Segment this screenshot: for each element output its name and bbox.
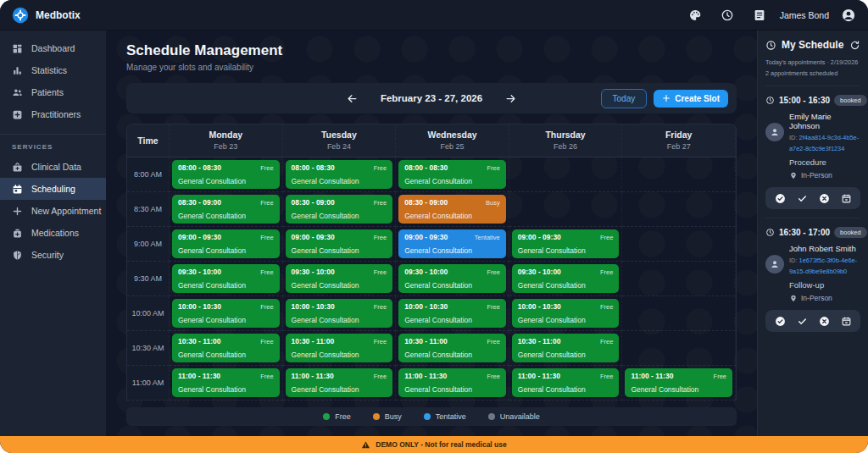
slot-time: 10:00 - 10:30 <box>518 302 561 311</box>
slot-cell: 10:00 - 10:30FreeGeneral Consultation <box>170 296 283 331</box>
complete-icon[interactable] <box>797 316 808 327</box>
slot-status: Free <box>374 268 387 276</box>
slot-cell: 10:30 - 11:00FreeGeneral Consultation <box>396 331 509 366</box>
clock-icon[interactable] <box>721 8 734 22</box>
slot-cell: 09:00 - 09:30TentativeGeneral Consultati… <box>396 227 509 262</box>
appointment-actions <box>765 310 860 332</box>
next-week-button[interactable] <box>504 92 517 105</box>
day-name: Monday <box>170 130 282 140</box>
refresh-icon[interactable] <box>849 40 860 51</box>
slot-title: General Consultation <box>518 281 614 290</box>
create-slot-button[interactable]: Create Slot <box>654 90 728 108</box>
account-icon[interactable] <box>841 8 856 23</box>
slot-status: Free <box>374 234 387 241</box>
schedule-slot-free[interactable]: 09:00 - 09:30FreeGeneral Consultation <box>286 229 393 258</box>
schedule-slot-free[interactable]: 10:30 - 11:00FreeGeneral Consultation <box>512 334 620 362</box>
slot-title: General Consultation <box>178 177 274 185</box>
schedule-slot-free[interactable]: 11:00 - 11:30FreeGeneral Consultation <box>398 368 506 397</box>
schedule-slot-free[interactable]: 10:00 - 10:30FreeGeneral Consultation <box>286 299 393 328</box>
empty-slot-cell <box>622 227 736 262</box>
schedule-slot-free[interactable]: 08:00 - 08:30FreeGeneral Consultation <box>398 160 506 189</box>
appointment-id-link[interactable]: 1e673f5c-3f0b-4e6e-9a15-d9be9e8b09b0 <box>789 257 857 275</box>
patients-icon <box>12 87 23 98</box>
sidebar-item-practitioners[interactable]: Practitioners <box>0 103 106 125</box>
schedule-slot-busy[interactable]: 08:30 - 09:00BusyGeneral Consultation <box>398 195 506 224</box>
slot-time: 10:30 - 11:00 <box>404 337 448 345</box>
sidebar-item-patients[interactable]: Patients <box>0 81 106 103</box>
sidebar-item-dashboard[interactable]: Dashboard <box>0 37 106 59</box>
sidebar-item-scheduling[interactable]: Scheduling <box>0 178 106 200</box>
today-button[interactable]: Today <box>601 89 648 108</box>
slot-status: Free <box>600 234 613 241</box>
patient-name: Emily Marie Johnson <box>789 112 860 130</box>
schedule-slot-free[interactable]: 10:00 - 10:30FreeGeneral Consultation <box>512 299 620 328</box>
slot-cell: 10:30 - 11:00FreeGeneral Consultation <box>283 331 397 366</box>
appointment-mode: In-Person <box>789 294 860 302</box>
sidebar-item-new-appointment[interactable]: New Appointment <box>0 200 106 222</box>
time-column-header: Time <box>127 124 170 157</box>
schedule-slot-free[interactable]: 09:00 - 09:30FreeGeneral Consultation <box>172 229 280 258</box>
slot-time: 08:00 - 08:30 <box>178 163 221 172</box>
schedule-slot-free[interactable]: 11:00 - 11:30FreeGeneral Consultation <box>286 368 393 397</box>
confirm-icon[interactable] <box>775 193 786 204</box>
confirm-icon[interactable] <box>775 316 786 327</box>
schedule-calendar: TimeMondayFeb 23TuesdayFeb 24WednesdayFe… <box>126 124 737 401</box>
reschedule-icon[interactable] <box>841 193 852 204</box>
schedule-slot-free[interactable]: 08:00 - 08:30FreeGeneral Consultation <box>286 160 393 189</box>
empty-slot-cell <box>622 296 736 331</box>
schedule-slot-free[interactable]: 11:00 - 11:30FreeGeneral Consultation <box>172 368 280 397</box>
previous-week-button[interactable] <box>346 92 359 105</box>
schedule-slot-free[interactable]: 11:00 - 11:30FreeGeneral Consultation <box>512 368 620 397</box>
schedule-slot-free[interactable]: 09:00 - 09:30FreeGeneral Consultation <box>512 229 620 258</box>
sidebar-item-medications[interactable]: Medications <box>0 222 106 244</box>
slot-title: General Consultation <box>404 385 500 394</box>
sidebar-item-statistics[interactable]: Statistics <box>0 59 106 81</box>
slot-title: General Consultation <box>404 316 500 324</box>
schedule-slot-free[interactable]: 08:30 - 09:00FreeGeneral Consultation <box>286 195 393 224</box>
slot-status: Tentative <box>475 234 500 241</box>
slot-status: Free <box>374 303 387 311</box>
complete-icon[interactable] <box>797 193 808 204</box>
cancel-icon[interactable] <box>819 316 830 327</box>
cancel-icon[interactable] <box>819 193 830 204</box>
reschedule-icon[interactable] <box>841 316 852 327</box>
slot-cell: 08:30 - 09:00BusyGeneral Consultation <box>396 192 509 227</box>
schedule-slot-free[interactable]: 08:30 - 09:00FreeGeneral Consultation <box>172 195 280 224</box>
slot-status: Free <box>600 268 613 276</box>
empty-slot-cell <box>622 192 736 227</box>
empty-slot-cell <box>622 331 736 366</box>
medications-icon <box>12 228 23 239</box>
schedule-slot-free[interactable]: 09:30 - 10:00FreeGeneral Consultation <box>172 264 280 293</box>
slot-time: 09:00 - 09:30 <box>292 233 335 241</box>
week-toolbar: February 23 - 27, 2026 Today Create Slot <box>126 83 737 113</box>
sidebar-item-security[interactable]: Security <box>0 244 106 266</box>
empty-slot-cell <box>622 262 736 296</box>
time-label: 8:30 AM <box>127 192 170 227</box>
schedule-slot-free[interactable]: 08:00 - 08:30FreeGeneral Consultation <box>172 160 280 189</box>
appointment-id-link[interactable]: 2f4aa814-9c3d-4b5e-a7e2-8c5c9e3f1234 <box>789 134 859 152</box>
schedule-slot-free[interactable]: 10:00 - 10:30FreeGeneral Consultation <box>398 299 506 328</box>
notes-icon[interactable] <box>753 8 766 22</box>
schedule-slot-free[interactable]: 11:00 - 11:30FreeGeneral Consultation <box>625 368 732 397</box>
week-label: February 23 - 27, 2026 <box>381 93 482 103</box>
slot-cell: 08:00 - 08:30FreeGeneral Consultation <box>170 157 283 192</box>
slot-cell: 09:30 - 10:00FreeGeneral Consultation <box>170 262 283 296</box>
schedule-slot-free[interactable]: 10:00 - 10:30FreeGeneral Consultation <box>172 299 280 328</box>
demo-banner-text: DEMO ONLY - Not for real medical use <box>376 440 506 449</box>
palette-icon[interactable] <box>688 8 702 22</box>
slot-status: Free <box>487 338 499 345</box>
schedule-slot-free[interactable]: 09:30 - 10:00FreeGeneral Consultation <box>512 264 620 293</box>
day-name: Wednesday <box>396 130 509 140</box>
schedule-slot-tentative[interactable]: 09:00 - 09:30TentativeGeneral Consultati… <box>398 229 506 258</box>
id-label: ID: <box>789 257 797 264</box>
sidebar-item-clinical-data[interactable]: Clinical Data <box>0 156 106 178</box>
schedule-slot-free[interactable]: 09:30 - 10:00FreeGeneral Consultation <box>286 264 393 293</box>
sidebar-item-label: Security <box>31 250 64 260</box>
schedule-slot-free[interactable]: 10:30 - 11:00FreeGeneral Consultation <box>286 334 393 362</box>
schedule-slot-free[interactable]: 10:30 - 11:00FreeGeneral Consultation <box>172 334 280 362</box>
schedule-slot-free[interactable]: 10:30 - 11:00FreeGeneral Consultation <box>398 334 506 362</box>
schedule-slot-free[interactable]: 09:30 - 10:00FreeGeneral Consultation <box>398 264 506 293</box>
create-slot-label: Create Slot <box>675 94 720 103</box>
day-date: Feb 23 <box>170 142 282 151</box>
avatar <box>765 255 784 273</box>
